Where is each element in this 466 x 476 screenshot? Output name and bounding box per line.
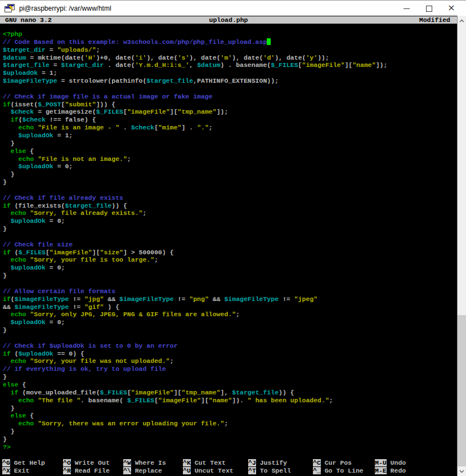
text-cursor [267,38,271,45]
code-line: echo "Sorry, there was an error uploadin… [3,420,387,428]
shortcut-exit: ^X Exit [2,467,29,475]
code-line: } [3,326,387,334]
code-line: $target_file = $target_dir . date('Y.m.d… [3,61,387,69]
shortcut-undo: M-U Undo [375,459,406,467]
nano-titlebar: GNU nano 3.2 upload.php Modified [0,16,457,24]
code-line [3,280,387,288]
code-line [3,334,387,342]
code-line: } [3,435,387,443]
shortcut-row-1: ^G Get Help^O Write Out^W Where Is^K Cut… [0,459,457,467]
shortcut-justify: ^J Justify [248,459,287,467]
code-line: } [3,405,387,412]
code-line: echo "The file ". basename( $_FILES["ima… [3,397,387,405]
code-line: echo "Sorry, only JPG, JPEG, PNG & GIF f… [3,311,387,318]
shortcut-write-out: ^O Write Out [63,459,110,467]
code-line: if ($uploadOk == 0) { [3,350,387,358]
chevron-up-icon [459,19,464,23]
code-line: $uploadOk = 0; [3,163,387,170]
code-line: $uploadOk = 0; [3,264,387,272]
shortcut-cut-text: ^K Cut Text [183,459,226,467]
code-line: if(isset($_POST["submit"])) { [3,101,387,109]
code-line: } [3,225,387,233]
scrollbar-thumb[interactable] [458,315,466,466]
putty-window: pi@raspberrypi: /var/www/html × GNU nano… [0,0,466,476]
code-line: $check = getimagesize($_FILES["imageFile… [3,108,387,116]
code-line: echo "File is an image - " . $check["mim… [3,124,387,132]
nano-filename: upload.php [0,16,457,24]
shortcut-redo: M-E Redo [375,467,406,475]
code-line [3,233,387,241]
window-controls: × [395,1,463,16]
close-button[interactable]: × [440,1,463,16]
close-icon: × [447,3,455,12]
code-line: else { [3,381,387,389]
code-line: $datum = mktime(date('H')+0, date('i'), … [3,54,387,62]
code-line: if ($_FILES["imageFile"]["size"] > 50000… [3,249,387,257]
code-line: && $imageFileType != "gif" ) { [3,303,387,311]
code-line: $target_dir = "uploads/"; [3,46,387,54]
shortcut-replace: ^\ Replace [123,467,162,475]
nano-modified-badge: Modified [419,16,450,24]
putty-app-icon [5,4,15,13]
scrollbar-down-button[interactable] [458,466,466,476]
code-line: if (move_uploaded_file($_FILES["imageFil… [3,389,387,397]
minimize-button[interactable] [395,1,418,16]
code-line: $imageFileType = strtolower(pathinfo($ta… [3,77,387,85]
code-line: else { [3,147,387,155]
code-line: // if everything is ok, try to upload fi… [3,365,387,373]
shortcut-cur-pos: ^C Cur Pos [313,459,352,467]
code-line [3,85,387,93]
code-line: } [3,428,387,435]
code-line: if (file_exists($target_file)) { [3,202,387,210]
chevron-down-icon [459,470,464,473]
code-line: if($imageFileType != "jpg" && $imageFile… [3,295,387,303]
code-line: $uploadOk = 0; [3,217,387,225]
code-line: ?> [3,443,387,451]
window-titlebar: pi@raspberrypi: /var/www/html × [0,0,466,16]
code-line: // Check if $uploadOk is set to 0 by an … [3,342,387,350]
shortcut-read-file: ^R Read File [63,467,110,475]
scrollbar-up-button[interactable] [458,16,466,25]
code-line: // Check if image file is a actual image… [3,93,387,101]
code-line: echo "Sorry, your file was not uploaded.… [3,357,387,365]
minimize-icon [404,8,410,9]
code-line: echo "Sorry, your file is too large."; [3,256,387,264]
shortcut-uncut-text: ^U Uncut Text [183,467,234,475]
code-line: // Allow certain file formats [3,288,387,295]
code-line: // Check file size [3,241,387,249]
shortcut-get-help: ^G Get Help [2,459,45,467]
code-line: echo "Sorry, file already exists."; [3,209,387,217]
scrollbar-track[interactable] [457,16,466,476]
code-line: // Check if file already exists [3,194,387,202]
editor-content[interactable]: <?php// Code Based on this example: w3sc… [3,30,387,451]
code-line: echo "File is not an image."; [3,155,387,163]
shortcut-go-to-line: ^_ Go To Line [313,467,364,475]
code-line: } [3,140,387,147]
code-line: // Code Based on this example: w3schools… [3,38,387,46]
code-line: <?php [3,30,387,38]
code-line [3,186,387,194]
code-line: if($check !== false) { [3,116,387,124]
code-line: } [3,373,387,381]
maximize-icon [426,6,432,12]
code-line: } [3,178,387,186]
code-line: } [3,170,387,178]
code-line: $uploadOk = 0; [3,318,387,326]
shortcut-to-spell: ^T To Spell [248,467,291,475]
terminal[interactable]: GNU nano 3.2 upload.php Modified <?php//… [0,16,457,476]
window-title: pi@raspberrypi: /var/www/html [19,5,111,12]
code-line: $uploadOk = 1; [3,132,387,140]
code-line: $uploadOk = 1; [3,69,387,77]
code-line: } [3,272,387,280]
shortcut-where-is: ^W Where Is [123,459,166,467]
maximize-button[interactable] [418,1,440,16]
code-line: else { [3,412,387,420]
shortcut-row-2: ^X Exit^R Read File^\ Replace^U Uncut Te… [0,467,457,475]
